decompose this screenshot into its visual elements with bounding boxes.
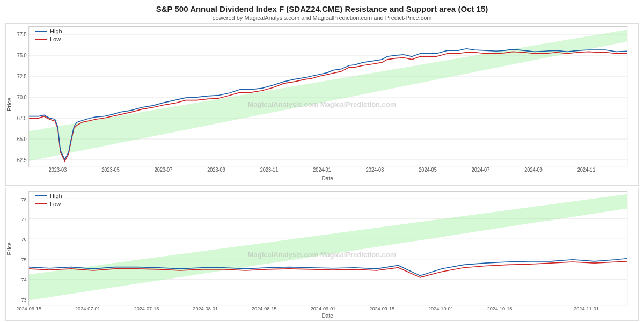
svg-text:78: 78 [21, 196, 26, 202]
legend-top: High Low [35, 28, 62, 42]
low-line-top [29, 52, 627, 161]
svg-text:2024-08-01: 2024-08-01 [193, 306, 218, 311]
svg-text:2024-01: 2024-01 [313, 167, 331, 173]
svg-text:Price: Price [6, 98, 12, 111]
legend-high: High [35, 28, 62, 34]
main-container: S&P 500 Annual Dividend Index F (SDAZ24.… [0, 0, 644, 322]
svg-text:2024-11-01: 2024-11-01 [574, 306, 599, 311]
svg-text:2024-09-15: 2024-09-15 [369, 306, 394, 311]
high-line-bottom-icon [35, 195, 47, 196]
chart-top-svg: 77.5 75.0 72.5 70.0 67.5 65.0 62.5 2023-… [6, 24, 638, 185]
low-line-icon [35, 39, 47, 40]
legend-bottom: High Low [35, 193, 62, 207]
header: S&P 500 Annual Dividend Index F (SDAZ24.… [0, 0, 644, 22]
support-band-top [29, 30, 627, 161]
svg-text:2023-03: 2023-03 [49, 167, 67, 173]
svg-text:2023-05: 2023-05 [101, 167, 119, 173]
high-label: High [50, 28, 62, 34]
support-band-bottom [29, 194, 627, 301]
svg-text:75: 75 [21, 257, 26, 262]
svg-text:2024-07-01: 2024-07-01 [75, 306, 100, 311]
svg-text:77.5: 77.5 [17, 32, 27, 38]
high-label-bottom: High [50, 193, 62, 199]
svg-text:74: 74 [21, 277, 26, 282]
svg-text:2023-07: 2023-07 [155, 167, 172, 173]
low-line-bottom-icon [35, 203, 47, 204]
low-label: Low [50, 36, 61, 42]
svg-text:70.0: 70.0 [17, 94, 27, 100]
svg-text:72.5: 72.5 [17, 74, 27, 79]
svg-text:2024-08-15: 2024-08-15 [252, 306, 277, 311]
header-title: S&P 500 Annual Dividend Index F (SDAZ24.… [0, 4, 644, 13]
legend-low: Low [35, 36, 62, 42]
legend-low-bottom: Low [35, 201, 62, 207]
high-line-icon [35, 31, 47, 32]
chart-bottom: High Low MagicalAnalysis.com MagicalPred… [5, 188, 639, 321]
svg-text:2024-05: 2024-05 [419, 167, 436, 173]
svg-text:2024-06-15: 2024-06-15 [16, 306, 41, 311]
svg-text:2024-10-01: 2024-10-01 [428, 306, 453, 311]
legend-high-bottom: High [35, 193, 62, 199]
charts-area: High Low MagicalAnalysis.com MagicalPred… [0, 22, 644, 322]
svg-text:65.0: 65.0 [17, 136, 27, 142]
svg-text:67.5: 67.5 [17, 115, 27, 121]
svg-text:Date: Date [321, 312, 333, 318]
svg-text:75.0: 75.0 [17, 53, 27, 58]
svg-text:2023-11: 2023-11 [260, 167, 278, 173]
svg-text:2024-09-01: 2024-09-01 [311, 306, 336, 311]
svg-text:2024-10-15: 2024-10-15 [487, 306, 513, 311]
svg-text:73: 73 [21, 297, 26, 302]
svg-text:Date: Date [321, 174, 333, 181]
svg-text:2024-03: 2024-03 [366, 167, 384, 173]
chart-bottom-svg: 78 77 76 75 74 73 2024-06-15 2024-07-01 … [6, 188, 638, 320]
svg-text:76: 76 [21, 237, 26, 242]
low-label-bottom: Low [50, 201, 61, 207]
header-subtitle: powered by MagicalAnalysis.com and Magic… [0, 14, 644, 21]
svg-text:Price: Price [6, 242, 12, 255]
svg-text:2024-09: 2024-09 [524, 167, 542, 173]
svg-text:62.5: 62.5 [17, 157, 27, 163]
svg-text:2024-07: 2024-07 [472, 167, 489, 173]
svg-text:2024-11: 2024-11 [577, 167, 595, 173]
svg-text:2024-07-15: 2024-07-15 [134, 306, 159, 311]
svg-text:77: 77 [21, 217, 26, 222]
svg-text:2023-09: 2023-09 [207, 167, 225, 173]
chart-top: High Low MagicalAnalysis.com MagicalPred… [5, 23, 639, 186]
